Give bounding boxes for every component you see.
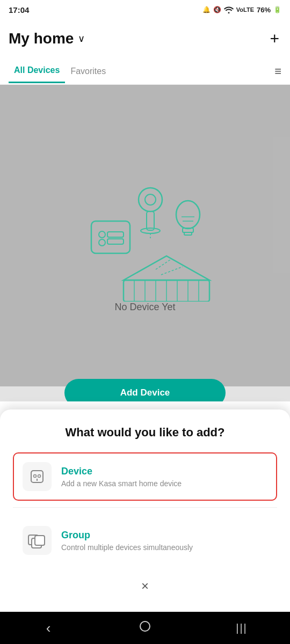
no-device-text: No Device Yet <box>114 302 175 313</box>
add-device-button[interactable]: Add Device <box>64 379 226 401</box>
recents-icon: ||| <box>236 622 248 634</box>
status-time: 17:04 <box>9 5 29 14</box>
add-button[interactable]: + <box>270 30 279 48</box>
battery-icon: 🔋 <box>273 6 281 13</box>
group-label: Group <box>61 530 193 541</box>
chevron-down-icon[interactable]: ∨ <box>78 33 85 45</box>
group-description: Control multiple devices simultaneously <box>61 543 193 552</box>
nav-recents-button[interactable]: ||| <box>226 617 258 639</box>
illustration-area: No Device Yet <box>0 85 290 374</box>
tab-menu-icon[interactable]: ≡ <box>274 64 281 78</box>
tab-favorites[interactable]: Favorites <box>65 60 111 83</box>
nav-back-button[interactable]: ‹ <box>32 617 64 639</box>
svg-rect-32 <box>35 536 45 545</box>
svg-rect-4 <box>107 239 124 244</box>
header-title-group[interactable]: My home ∨ <box>9 30 85 47</box>
svg-line-25 <box>161 267 183 275</box>
status-icons: 🔔 🔇 VoLTE 76% 🔋 <box>202 6 281 14</box>
svg-point-2 <box>99 239 105 246</box>
back-icon: ‹ <box>46 620 51 636</box>
close-icon: × <box>141 579 149 594</box>
main-content-area: No Device Yet Add Device <box>0 85 290 401</box>
svg-point-1 <box>99 231 105 238</box>
svg-point-27 <box>34 475 37 478</box>
alarm-icon: 🔔 <box>202 6 211 13</box>
device-text-block: Device Add a new Kasa smart home device <box>61 466 182 488</box>
group-text-block: Group Control multiple devices simultane… <box>61 530 193 552</box>
home-title: My home <box>9 30 74 47</box>
svg-rect-33 <box>140 621 150 631</box>
device-label: Device <box>61 466 182 477</box>
device-description: Add a new Kasa smart home device <box>61 479 182 488</box>
nav-home-button[interactable] <box>129 617 161 639</box>
svg-rect-12 <box>184 232 192 235</box>
bottom-nav: ‹ ||| <box>0 612 290 644</box>
group-option[interactable]: Group Control multiple devices simultane… <box>13 516 277 565</box>
signal-bars: VoLTE <box>236 6 254 13</box>
svg-point-10 <box>176 201 200 229</box>
mute-icon: 🔇 <box>213 6 221 13</box>
sheet-title: What would you like to add? <box>13 426 277 440</box>
tab-all-devices[interactable]: All Devices <box>9 59 65 83</box>
battery-level: 76% <box>257 6 271 14</box>
device-icon <box>23 462 52 491</box>
group-icon <box>23 526 52 555</box>
close-button[interactable]: × <box>13 571 277 601</box>
tabs-bar: All Devices Favorites ≡ <box>0 58 290 85</box>
wifi-icon <box>224 6 234 13</box>
home-icon <box>139 620 151 636</box>
svg-rect-7 <box>147 211 154 230</box>
device-option[interactable]: Device Add a new Kasa smart home device <box>13 452 277 501</box>
svg-rect-3 <box>107 232 124 237</box>
option-divider <box>13 507 277 508</box>
svg-point-28 <box>38 475 41 478</box>
svg-point-6 <box>145 194 156 205</box>
bottom-sheet: What would you like to add? Device Add a… <box>0 409 290 612</box>
svg-point-5 <box>139 188 162 211</box>
status-bar: 17:04 🔔 🔇 VoLTE 76% 🔋 <box>0 0 290 19</box>
svg-marker-15 <box>124 256 209 280</box>
app-header: My home ∨ + <box>0 19 290 58</box>
kasa-illustration <box>75 151 215 302</box>
